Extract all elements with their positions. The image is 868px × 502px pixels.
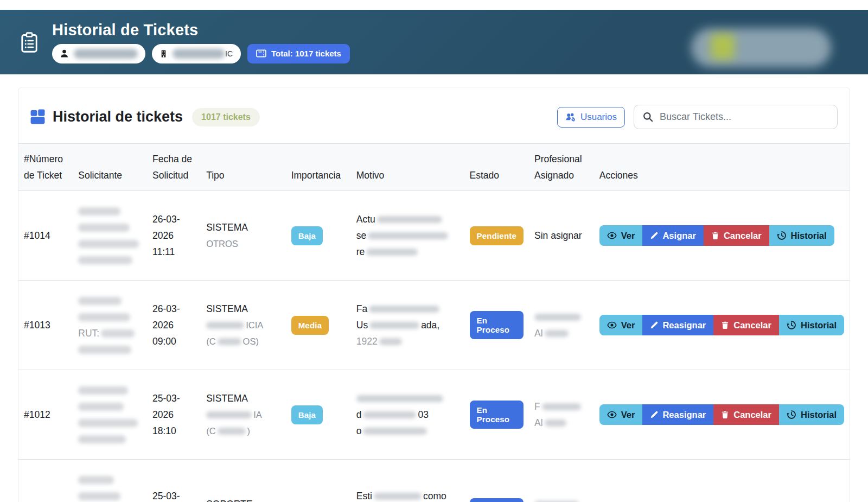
status-badge: Media	[291, 316, 329, 335]
pencil-icon	[650, 232, 658, 240]
fecha-cell: 25-03-202618:10	[147, 370, 201, 460]
redacted-text	[545, 330, 569, 337]
column-header-acciones: Acciones	[594, 144, 850, 191]
estado-cell: En Proceso	[464, 281, 529, 370]
org-suffix: IC	[225, 49, 233, 58]
page-title: Historial de Tickets	[52, 21, 350, 39]
solicitante-cell: RUT: 1	[73, 460, 147, 502]
status-badge: Baja	[291, 405, 323, 424]
eye-icon	[607, 320, 617, 330]
acciones-cell: VerAsignarCancelarHistorial	[594, 191, 850, 281]
redacted-text	[377, 216, 442, 223]
redacted-text	[542, 403, 581, 410]
redacted-text	[363, 428, 427, 435]
total-tickets-badge: Total: 1017 tickets	[247, 44, 350, 63]
building-icon	[159, 49, 168, 58]
action-button-group: VerAsignarCancelarHistorial	[599, 225, 834, 246]
reasignar-button[interactable]: Reasignar	[642, 315, 713, 335]
ticket-number: #1012	[18, 370, 73, 460]
ticket-count-badge: 1017 tickets	[192, 108, 260, 126]
tipo-cell: SISTEMAOTROS	[201, 191, 286, 281]
column-header-fecha-de-solicitud: Fecha de Solicitud	[147, 144, 201, 191]
redacted-text	[356, 395, 443, 402]
ticket-icon	[256, 49, 266, 58]
redacted-text	[101, 329, 135, 338]
redacted-user-name	[74, 49, 138, 59]
pencil-icon	[650, 321, 658, 329]
person-icon	[60, 49, 69, 58]
tipo-cell: SISTEMAICIA(COS)	[201, 281, 286, 370]
asignar-button[interactable]: Asignar	[642, 225, 703, 246]
ticket-number: #1011	[18, 460, 73, 502]
status-badge: En Proceso	[470, 401, 524, 429]
column-header-profesional-asignado: Profesional Asignado	[529, 144, 594, 191]
redacted-text	[379, 338, 402, 345]
history-icon	[787, 410, 796, 420]
estado-cell: En Proceso	[464, 370, 529, 460]
importancia-cell: Media	[286, 460, 351, 502]
motivo-cell: d03o	[351, 370, 464, 460]
cancelar-button[interactable]: Cancelar	[704, 225, 769, 246]
tickets-box-icon	[29, 109, 47, 125]
table-header-row: #Número de TicketSolicitanteFecha de Sol…	[18, 144, 850, 191]
ver-button[interactable]: Ver	[599, 315, 643, 335]
historial-button[interactable]: Historial	[779, 404, 844, 425]
redacted-text	[78, 386, 128, 395]
motivo-cell: Actusere	[351, 191, 464, 281]
org-logo-accent	[711, 34, 735, 60]
fecha-cell: 26-03-202609:00	[147, 281, 201, 370]
ticket-number: #1013	[18, 281, 73, 370]
profesional-cell: Sin asignar	[529, 191, 594, 281]
cancelar-button[interactable]: Cancelar	[713, 404, 779, 425]
ticket-number: #1014	[18, 191, 73, 281]
redacted-text	[78, 419, 138, 427]
redacted-text	[218, 338, 241, 345]
ver-button[interactable]: Ver	[599, 225, 643, 246]
fecha-cell: 25-03-202617:40	[147, 460, 201, 502]
search-input[interactable]	[660, 111, 828, 123]
estado-cell: Pendiente	[464, 191, 529, 281]
historial-button[interactable]: Historial	[779, 315, 844, 335]
historial-button[interactable]: Historial	[769, 225, 834, 246]
status-badge: En Proceso	[470, 311, 524, 339]
redacted-text	[78, 435, 126, 443]
redacted-text	[534, 314, 581, 321]
redacted-text	[78, 403, 124, 411]
cancelar-button[interactable]: Cancelar	[713, 315, 779, 335]
fecha-cell: 26-03-202611:11	[147, 191, 201, 281]
redacted-text	[78, 256, 132, 264]
acciones-cell: VerReasignarCancelarHistorial	[594, 281, 850, 370]
importancia-cell: Baja	[286, 191, 351, 281]
section-title: Historial de tickets	[53, 109, 183, 125]
eye-icon	[607, 410, 617, 420]
clipboard-icon	[20, 30, 39, 55]
redacted-text	[78, 297, 122, 305]
users-button[interactable]: Usuarios	[557, 107, 625, 128]
tipo-cell: SISTEMAIA(C)	[201, 370, 286, 460]
reasignar-button[interactable]: Reasignar	[642, 404, 713, 425]
column-header-importancia: Importancia	[286, 144, 351, 191]
redacted-text	[218, 428, 246, 435]
history-icon	[777, 231, 787, 240]
table-row: #1013RUT: 26-03-202609:00SISTEMAICIA(COS…	[18, 281, 850, 370]
importancia-cell: Baja	[286, 370, 351, 460]
motivo-cell: FaUsada,1922	[351, 281, 464, 370]
redacted-text	[78, 492, 120, 500]
redacted-text	[78, 224, 130, 232]
redacted-org-name	[173, 49, 225, 59]
redacted-text	[366, 249, 418, 256]
column-header-tipo: Tipo	[201, 144, 286, 191]
status-badge: Baja	[291, 226, 323, 245]
search-box	[634, 105, 838, 129]
redacted-text	[78, 207, 120, 215]
users-icon	[565, 112, 576, 122]
redacted-text	[78, 313, 130, 321]
profesional-cell: G	[529, 460, 594, 502]
action-button-group: VerReasignarCancelarHistorial	[599, 404, 844, 425]
redacted-text	[206, 411, 252, 418]
eye-icon	[607, 231, 617, 240]
redacted-text	[206, 322, 244, 329]
ver-button[interactable]: Ver	[599, 404, 643, 425]
redacted-text	[369, 306, 439, 313]
profesional-cell: FAl	[529, 370, 594, 460]
